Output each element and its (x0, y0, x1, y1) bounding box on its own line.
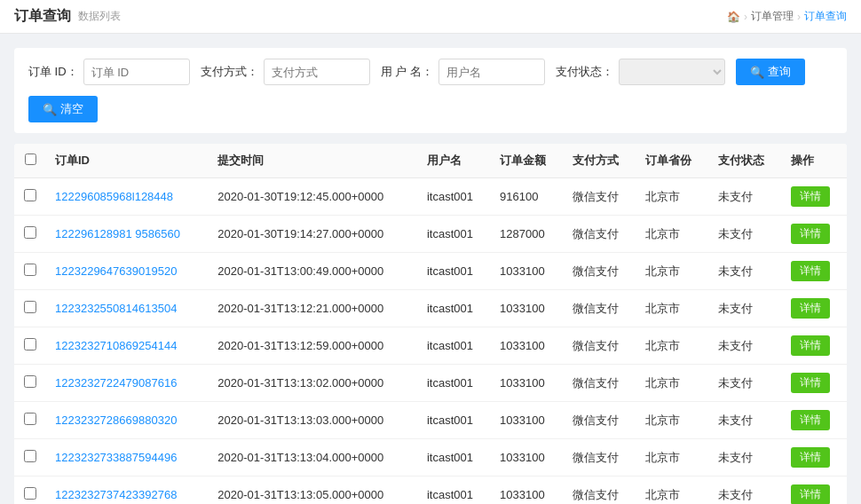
row-username: itcast001 (418, 290, 491, 327)
select-all-checkbox[interactable] (25, 154, 36, 165)
row-pay-method: 微信支付 (564, 439, 636, 476)
pay-method-label: 支付方式： (201, 64, 258, 80)
table-row: 1223229647639019520 2020-01-31T13:00:49.… (14, 253, 847, 290)
query-icon: 🔍 (750, 66, 764, 79)
row-checkbox[interactable] (24, 413, 36, 425)
detail-button[interactable]: 详情 (791, 410, 830, 430)
row-checkbox[interactable] (24, 189, 36, 201)
row-order-id: 1223232728669880320 (46, 402, 209, 439)
row-province: 北京市 (636, 365, 709, 402)
row-time: 2020-01-30T19:12:45.000+0000 (209, 178, 418, 216)
row-order-id: 122296128981 9586560 (46, 216, 209, 253)
pay-method-input[interactable] (264, 59, 370, 85)
breadcrumb-parent: 订单管理 (751, 9, 794, 24)
order-id-link[interactable]: 1223232737423392768 (55, 488, 177, 501)
row-checkbox-cell (14, 476, 46, 505)
row-username: itcast001 (418, 327, 491, 365)
order-id-link[interactable]: 1223232728669880320 (55, 413, 177, 427)
order-id-link[interactable]: 1223232722479087616 (55, 376, 177, 390)
row-time: 2020-01-31T13:13:05.000+0000 (209, 476, 418, 505)
row-checkbox[interactable] (24, 487, 36, 500)
clear-label: 清空 (60, 101, 83, 117)
row-amount: 1287000 (491, 216, 564, 253)
detail-button[interactable]: 详情 (791, 484, 830, 504)
row-time: 2020-01-31T13:13:03.000+0000 (209, 402, 418, 439)
row-checkbox[interactable] (24, 226, 36, 239)
row-province: 北京市 (636, 439, 709, 476)
order-id-link[interactable]: 1223232710869254144 (55, 339, 177, 352)
row-order-id: 1223232733887594496 (46, 439, 209, 476)
row-status: 未支付 (709, 327, 782, 365)
row-username: itcast001 (418, 365, 491, 402)
row-province: 北京市 (636, 402, 709, 439)
row-username: itcast001 (418, 216, 491, 253)
row-status: 未支付 (709, 402, 782, 439)
detail-button[interactable]: 详情 (791, 335, 830, 356)
clear-icon: 🔍 (43, 103, 57, 116)
detail-button[interactable]: 详情 (791, 261, 830, 281)
row-checkbox[interactable] (24, 301, 36, 313)
order-id-link[interactable]: 122296085968l128448 (55, 190, 173, 203)
clear-button[interactable]: 🔍 清空 (28, 96, 98, 122)
row-province: 北京市 (636, 327, 709, 365)
col-amount: 订单金额 (491, 144, 564, 178)
breadcrumb-icon: 🏠 (727, 11, 740, 23)
row-province: 北京市 (636, 290, 709, 327)
row-pay-method: 微信支付 (564, 253, 636, 290)
order-id-input[interactable] (83, 59, 190, 85)
detail-button[interactable]: 详情 (791, 447, 830, 468)
order-id-link[interactable]: 122296128981 9586560 (55, 227, 180, 240)
row-checkbox-cell (14, 439, 46, 476)
row-checkbox[interactable] (24, 375, 36, 388)
row-action: 详情 (782, 439, 847, 476)
breadcrumb-sep1: › (744, 11, 747, 23)
detail-button[interactable]: 详情 (791, 373, 830, 393)
order-id-label: 订单 ID： (28, 64, 78, 80)
table-row: 122296128981 9586560 2020-01-30T19:14:27… (14, 216, 847, 253)
username-input[interactable] (438, 59, 545, 85)
detail-button[interactable]: 详情 (791, 224, 830, 244)
row-checkbox-cell (14, 216, 46, 253)
pay-status-select[interactable]: 未支付 已支付 (619, 59, 725, 85)
row-checkbox[interactable] (24, 450, 36, 462)
order-id-link[interactable]: 1223229647639019520 (55, 264, 177, 278)
row-status: 未支付 (709, 476, 782, 505)
row-username: itcast001 (418, 402, 491, 439)
row-amount: 1033100 (491, 402, 564, 439)
breadcrumb-sep2: › (797, 11, 801, 23)
row-checkbox[interactable] (24, 264, 36, 276)
row-amount: 1033100 (491, 476, 564, 505)
row-pay-method: 微信支付 (564, 290, 636, 327)
row-time: 2020-01-31T13:12:21.000+0000 (209, 290, 418, 327)
row-status: 未支付 (709, 253, 782, 290)
row-action: 详情 (782, 327, 847, 365)
filter-bar: 订单 ID： 支付方式： 用 户 名： 支付状态： 未支付 已支付 🔍 查询 🔍… (14, 48, 847, 133)
row-order-id: 1223232710869254144 (46, 327, 209, 365)
row-pay-method: 微信支付 (564, 402, 636, 439)
detail-button[interactable]: 详情 (791, 186, 830, 207)
col-province: 订单省份 (636, 144, 709, 178)
row-checkbox-cell (14, 253, 46, 290)
pay-status-label: 支付状态： (556, 64, 613, 80)
table-container: 订单ID 提交时间 用户名 订单金额 支付方式 订单省份 支付状态 操作 122… (14, 144, 847, 504)
row-action: 详情 (782, 253, 847, 290)
row-order-id: 1223232737423392768 (46, 476, 209, 505)
row-time: 2020-01-31T13:00:49.000+0000 (209, 253, 418, 290)
detail-button[interactable]: 详情 (791, 298, 830, 319)
row-province: 北京市 (636, 253, 709, 290)
order-id-link[interactable]: 1223232733887594496 (55, 451, 177, 464)
row-checkbox-cell (14, 290, 46, 327)
col-username: 用户名 (418, 144, 491, 178)
row-action: 详情 (782, 365, 847, 402)
order-id-link[interactable]: 1223232550814613504 (55, 302, 177, 315)
row-order-id: 1223229647639019520 (46, 253, 209, 290)
query-button[interactable]: 🔍 查询 (736, 59, 805, 85)
row-checkbox-cell (14, 365, 46, 402)
row-time: 2020-01-31T13:13:04.000+0000 (209, 439, 418, 476)
orders-table: 订单ID 提交时间 用户名 订单金额 支付方式 订单省份 支付状态 操作 122… (14, 144, 847, 504)
row-checkbox[interactable] (24, 338, 36, 350)
row-amount: 1033100 (491, 439, 564, 476)
col-action: 操作 (782, 144, 847, 178)
table-row: 1223232550814613504 2020-01-31T13:12:21.… (14, 290, 847, 327)
row-pay-method: 微信支付 (564, 476, 636, 505)
